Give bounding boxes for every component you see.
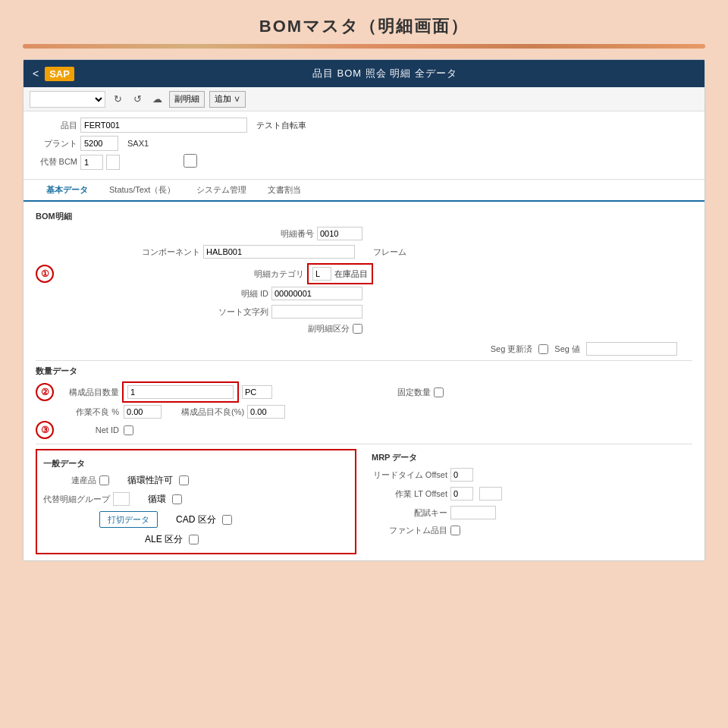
header-left: < SAP — [33, 67, 74, 81]
title-underline — [23, 44, 705, 49]
sort-input[interactable] — [271, 305, 362, 318]
waste-input[interactable] — [124, 405, 162, 419]
item-cat-text: 在庫品目 — [334, 268, 368, 280]
serial-label: 連産品 — [43, 475, 96, 486]
cutoff-row: 打切データ CAD 区分 — [43, 511, 349, 528]
sap-logo: SAP — [45, 67, 74, 81]
back-icon[interactable]: < — [33, 67, 39, 80]
divider-2 — [36, 444, 692, 444]
item-cat-input[interactable] — [312, 267, 331, 281]
sub-item-checkbox[interactable] — [353, 324, 362, 334]
cad-checkbox[interactable] — [222, 515, 232, 525]
item-cat-highlight: 在庫品目 — [307, 263, 373, 284]
lt-offset-row: リードタイム Offset — [372, 468, 692, 482]
waste-row: 作業不良 % 構成品目不良(%) — [58, 405, 692, 419]
seq-no-row: 明細番号 — [36, 227, 692, 240]
alt-bom-input2[interactable] — [106, 155, 120, 170]
comp-qty-input[interactable] — [127, 385, 234, 399]
alt-bom-checkbox[interactable] — [184, 154, 197, 168]
comp-waste-input[interactable] — [247, 405, 285, 419]
cad-label: CAD 区分 — [176, 513, 216, 526]
tab-document[interactable]: 文書割当 — [257, 180, 312, 202]
refresh-icon[interactable]: ↻ — [110, 92, 125, 107]
net-id-checkbox[interactable] — [124, 425, 133, 435]
bom-detail-section-title: BOM明細 — [36, 211, 692, 222]
item-id-input[interactable] — [271, 287, 362, 300]
tab-system-mgmt[interactable]: システム管理 — [186, 180, 257, 202]
phantom-checkbox[interactable] — [450, 526, 460, 535]
alt-bom-input[interactable] — [80, 155, 103, 170]
supply-key-row: 配賦キー — [372, 506, 692, 519]
seg-value-label: Seg 値 — [554, 344, 580, 355]
work-lt-offset-label: 作業 LT Offset — [372, 488, 447, 500]
tab-status-text[interactable]: Status/Text（長） — [99, 180, 186, 202]
seg-row: Seg 更新済 Seg 値 — [36, 342, 692, 356]
net-id-annotation-row: ③ Net ID — [36, 421, 692, 439]
fixed-qty-label: 固定数量 — [378, 387, 431, 398]
seg-value-input[interactable] — [586, 342, 677, 356]
ale-row: ALE 区分 — [43, 533, 349, 546]
seg-updated-checkbox[interactable] — [538, 344, 548, 354]
sub-detail-button[interactable]: 副明細 — [169, 91, 205, 108]
phantom-row: ファントム品目 — [372, 525, 692, 536]
sort-row: ソート文字列 — [36, 305, 692, 318]
seq-no-input[interactable] — [317, 227, 362, 240]
divider-1 — [36, 360, 692, 361]
annotation-2: ② — [36, 383, 54, 401]
lt-offset-input[interactable] — [450, 468, 473, 482]
serial-checkbox[interactable] — [99, 475, 109, 485]
tab-basic-data[interactable]: 基本データ — [36, 180, 99, 202]
seq-no-label: 明細番号 — [261, 228, 314, 240]
sap-form-area: 品目 テスト自転車 プラント SAX1 代替 BCM — [24, 111, 704, 180]
comp-qty-unit[interactable] — [242, 385, 272, 399]
alt-bom-row: 代替 BCM — [36, 154, 692, 170]
annotation-3: ③ — [36, 421, 54, 439]
component-label: コンポーネント — [142, 246, 200, 258]
serial-row: 連産品 循環性許可 — [43, 474, 349, 487]
seg-updated-label: Seg 更新済 — [491, 344, 533, 355]
item-description: テスト自転車 — [256, 120, 306, 131]
alt-group-input[interactable] — [113, 492, 130, 506]
ale-checkbox[interactable] — [189, 535, 199, 544]
alt-bom-label: 代替 BCM — [36, 156, 77, 168]
sub-item-row: 副明細区分 — [36, 323, 692, 334]
frame-label: フレーム — [373, 246, 406, 258]
alt-group-row: 代替明細グループ 循環 — [43, 492, 349, 506]
supply-key-label: 配賦キー — [372, 507, 447, 519]
page-container: BOMマスタ（明細画面） < SAP 品目 BOM 照会 明細 全データ ↻ ↺… — [0, 0, 728, 728]
header-title: 品目 BOM 照会 明細 全データ — [74, 67, 695, 80]
work-lt-offset-input[interactable] — [450, 487, 473, 500]
add-button[interactable]: 追加 ∨ — [209, 91, 246, 108]
ale-label: ALE 区分 — [145, 533, 183, 546]
plant-name: SAX1 — [127, 139, 149, 148]
reload-icon[interactable]: ↺ — [130, 92, 145, 107]
general-data-col: 一般データ 連産品 循環性許可 代替明細グループ — [36, 449, 356, 554]
supply-key-input[interactable] — [450, 506, 496, 519]
item-cat-label: 明細カテゴリ — [251, 268, 304, 280]
lower-layout: 一般データ 連産品 循環性許可 代替明細グループ — [36, 449, 692, 554]
item-cat-annotation-row: ① 明細カテゴリ 在庫品目 — [36, 263, 692, 284]
general-data-fields: 連産品 循環性許可 代替明細グループ 循環 — [43, 474, 349, 548]
plant-row: プラント SAX1 — [36, 136, 692, 151]
cloud-icon[interactable]: ☁ — [149, 92, 165, 107]
component-row: コンポーネント フレーム — [36, 245, 692, 259]
item-input[interactable] — [80, 118, 247, 133]
sap-tabs: 基本データ Status/Text（長） システム管理 文書割当 — [24, 180, 704, 202]
sap-window: < SAP 品目 BOM 照会 明細 全データ ↻ ↺ ☁ 副明細 追加 ∨ 品… — [23, 59, 705, 561]
component-input[interactable] — [203, 245, 355, 259]
item-label: 品目 — [36, 120, 77, 131]
work-lt-offset-input2[interactable] — [479, 487, 502, 500]
mrp-data-col: MRP データ リードタイム Offset 作業 LT Offset — [372, 449, 692, 554]
plant-input[interactable] — [80, 136, 118, 151]
mrp-data-title: MRP データ — [372, 452, 692, 463]
recursive-checkbox[interactable] — [172, 494, 182, 504]
sap-toolbar: ↻ ↺ ☁ 副明細 追加 ∨ — [24, 87, 704, 111]
fixed-qty-checkbox[interactable] — [434, 388, 444, 397]
page-title: BOMマスタ（明細画面） — [23, 15, 705, 38]
alt-group-label: 代替明細グループ — [43, 494, 110, 505]
toolbar-select[interactable] — [30, 91, 105, 108]
lt-offset-label: リードタイム Offset — [372, 469, 447, 481]
recursive-ok-checkbox[interactable] — [179, 475, 189, 485]
cutoff-button[interactable]: 打切データ — [99, 511, 158, 528]
work-lt-offset-row: 作業 LT Offset — [372, 487, 692, 500]
